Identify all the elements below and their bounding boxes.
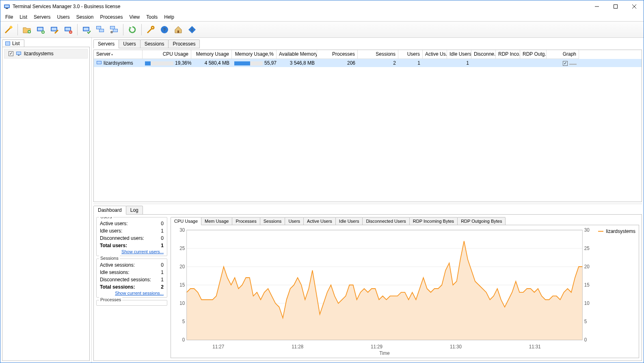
svg-text:11:29: 11:29 [371, 344, 383, 350]
menu-users[interactable]: Users [54, 13, 73, 21]
grid-col-header[interactable]: Active Us... [423, 50, 447, 59]
servers-b-button[interactable] [108, 23, 121, 36]
svg-rect-37 [18, 55, 19, 56]
main-tab-sessions[interactable]: Sessions [140, 39, 169, 48]
grid-col-header[interactable]: Graph [547, 50, 579, 59]
tree-item-label: lizardsystems [24, 51, 54, 57]
total-sessions-value: 2 [161, 284, 164, 290]
chart-tab[interactable]: Sessions [260, 217, 285, 225]
svg-rect-2 [6, 8, 8, 9]
grid-col-header[interactable]: Disconne... [471, 50, 496, 59]
home-button[interactable] [172, 23, 185, 36]
svg-rect-15 [65, 28, 70, 30]
svg-text:10: 10 [179, 300, 185, 306]
grid-col-header[interactable]: Users [398, 50, 423, 59]
table-row[interactable]: lizardsystems19,36%4 580,4 MB55,97%3 546… [94, 59, 642, 67]
svg-text:30: 30 [179, 227, 185, 233]
menu-servers[interactable]: Servers [30, 13, 54, 21]
minimize-button[interactable] [588, 0, 606, 13]
chart-tab[interactable]: Disconnected Users [362, 217, 409, 225]
chart-area: 00551010151520202525303011:2711:2811:291… [171, 225, 639, 358]
svg-text:11:28: 11:28 [292, 344, 303, 350]
grid-col-header[interactable]: Processes [317, 50, 358, 59]
svg-rect-13 [52, 28, 56, 30]
chart-tab[interactable]: Users [285, 217, 304, 225]
title-bar: Terminal Services Manager 3.0 - Business… [0, 0, 644, 13]
grid-col-header[interactable]: CPU Usage [143, 50, 191, 59]
main-tab-servers[interactable]: Servers [93, 39, 119, 48]
app-icon [4, 3, 10, 10]
table-cell: 19,36% [143, 59, 191, 67]
total-users-value: 1 [161, 243, 164, 248]
svg-rect-25 [110, 26, 115, 29]
left-tab-label: List [12, 41, 20, 46]
menu-session[interactable]: Session [73, 13, 97, 21]
chart-tab[interactable]: RDP Incoming Bytes [409, 217, 458, 225]
server-grid[interactable]: Server▾CPU UsageMemory UsageMemory Usage… [93, 50, 642, 202]
maximize-button[interactable] [606, 0, 625, 13]
bottom-tab-dashboard[interactable]: Dashboard [93, 206, 126, 215]
menu-help[interactable]: Help [161, 13, 177, 21]
table-cell: ✓ [547, 59, 579, 67]
svg-text:Time: Time [379, 350, 389, 356]
menu-tools[interactable]: Tools [143, 13, 161, 21]
menu-processes[interactable]: Processes [97, 13, 126, 21]
menu-list[interactable]: List [16, 13, 30, 21]
svg-text:5: 5 [584, 318, 587, 324]
chart-tab[interactable]: RDP Outgoing Bytes [457, 217, 506, 225]
grid-col-header[interactable]: Server▾ [94, 50, 143, 59]
help-button[interactable]: ? [158, 23, 171, 36]
menu-file[interactable]: File [2, 13, 16, 21]
grid-col-header[interactable]: RDP Outg... [520, 50, 547, 59]
servers-a-button[interactable] [94, 23, 107, 36]
svg-text:0: 0 [584, 337, 587, 343]
show-users-link[interactable]: Show current users... [100, 249, 164, 254]
about-button[interactable]: i [186, 23, 199, 36]
sessions-fieldset: Sessions Active sessions:0Idle sessions:… [96, 259, 167, 298]
remove-server-button[interactable] [62, 23, 75, 36]
chart-tab[interactable]: Idle Users [335, 217, 363, 225]
main-tab-users[interactable]: Users [119, 39, 140, 48]
tree-checkbox[interactable]: ✓ [9, 51, 13, 56]
stat-line: Idle users:1 [100, 227, 164, 235]
add-server-button[interactable] [34, 23, 47, 36]
chart-tab[interactable]: Active Users [303, 217, 336, 225]
svg-text:5: 5 [182, 318, 185, 324]
grid-col-header[interactable]: Memory Usage [191, 50, 232, 59]
show-sessions-link[interactable]: Show current sessions... [100, 291, 164, 296]
refresh-button[interactable] [126, 23, 139, 36]
svg-rect-26 [113, 29, 117, 32]
total-sessions-label: Total sessions: [100, 284, 135, 290]
close-button[interactable] [625, 0, 644, 13]
table-cell [423, 62, 447, 64]
bottom-tab-log[interactable]: Log [126, 206, 143, 215]
svg-rect-34 [6, 42, 10, 45]
chart-tab[interactable]: Processes [232, 217, 260, 225]
add-group-button[interactable] [20, 23, 33, 36]
sessions-legend: Sessions [99, 256, 120, 261]
table-cell [520, 62, 547, 64]
server-tree[interactable]: ✓ lizardsystems [2, 47, 90, 361]
tree-item[interactable]: ✓ lizardsystems [4, 49, 88, 59]
left-tab-list[interactable]: List [2, 39, 24, 47]
svg-text:20: 20 [179, 263, 185, 270]
users-legend: Users [99, 217, 113, 219]
svg-text:?: ? [163, 28, 166, 32]
wizard-button[interactable] [2, 23, 15, 36]
edit-server-button[interactable] [48, 23, 61, 36]
check-server-button[interactable] [80, 23, 93, 36]
chart-tab[interactable]: CPU Usage [171, 217, 201, 225]
chart-plot: 00551010151520202525303011:2711:2811:291… [173, 227, 596, 356]
main-tab-processes[interactable]: Processes [168, 39, 200, 48]
settings-button[interactable] [144, 23, 157, 36]
grid-col-header[interactable]: RDP Inco... [496, 50, 520, 59]
stat-line: Active users:0 [100, 220, 164, 227]
svg-rect-31 [177, 30, 179, 33]
chart-tab[interactable]: Mem Usage [201, 217, 232, 225]
grid-col-header[interactable]: Idle Users [447, 50, 471, 59]
menu-view[interactable]: View [126, 13, 143, 21]
grid-col-header[interactable]: Available Memory [277, 50, 317, 59]
grid-col-header[interactable]: Sessions [358, 50, 398, 59]
svg-rect-18 [84, 28, 89, 30]
grid-col-header[interactable]: Memory Usage,% [232, 50, 277, 59]
